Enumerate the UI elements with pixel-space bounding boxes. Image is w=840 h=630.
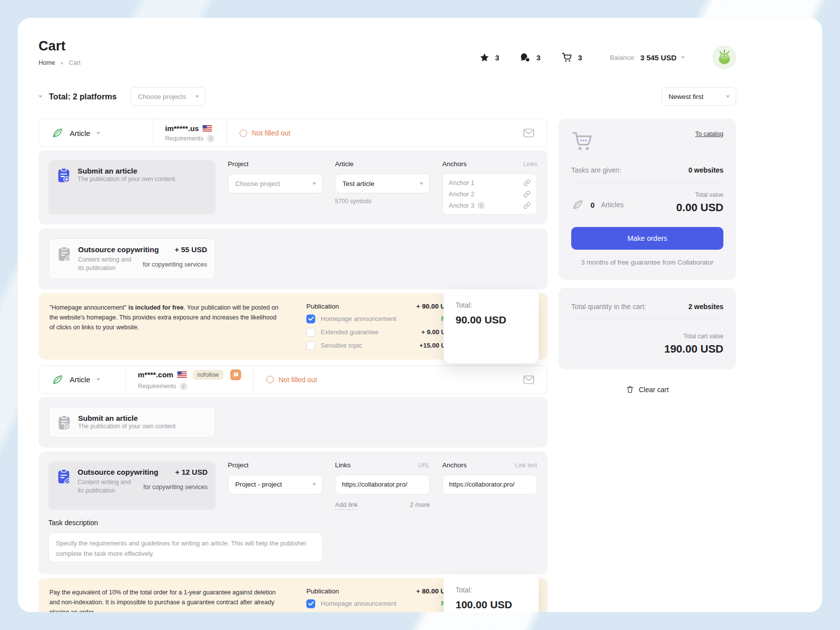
message-publisher-button[interactable]: [523, 129, 547, 137]
project-column: Project Choose project: [228, 160, 323, 215]
outsource-subtitle: Content writing and its publication: [78, 478, 138, 495]
cart-large-icon: [571, 131, 594, 151]
option-sensitive-topic[interactable]: Sensitive topic +15.00 USD: [306, 341, 455, 350]
publisher-note-icon[interactable]: [230, 369, 241, 380]
cart-value: 190.00 USD: [571, 343, 723, 356]
cart-value-label: Total cart value: [571, 333, 723, 340]
status-label: Not filled out: [252, 129, 291, 137]
submit-article-option[interactable]: Submit an article The publication of you…: [48, 407, 215, 438]
messages-counter[interactable]: 3: [520, 52, 540, 63]
add-link-button[interactable]: Add link: [335, 501, 358, 510]
chevron-down-icon: [681, 56, 685, 59]
project-label: Project: [228, 160, 323, 168]
project-value: Project - project: [235, 481, 282, 488]
chevron-down-icon: [420, 182, 423, 185]
publication-options: Publication + 80.00 USD Homepage announc…: [306, 587, 455, 612]
article-column: Article Test article 5700 symbols: [335, 160, 430, 215]
link-icon[interactable]: [523, 190, 531, 198]
cart-totals-box: Total quantity in the cart: 2 websites T…: [558, 288, 736, 369]
cart-page: Cart Home ● Cart 3 3: [18, 18, 822, 612]
status-label: Not filled out: [279, 376, 317, 384]
task-description-input[interactable]: [48, 533, 323, 562]
option-homepage-announcement[interactable]: Homepage announcement Free: [306, 315, 455, 323]
favorites-counter[interactable]: 3: [479, 52, 499, 63]
header-actions: 3 3 3 Balance: 3 545 USD: [479, 45, 736, 69]
breadcrumb-home[interactable]: Home: [39, 59, 55, 66]
cart-summary-sidebar: To catalog Tasks are given: 0 websites 0…: [558, 119, 736, 394]
link-icon[interactable]: [523, 179, 531, 186]
project-select[interactable]: Choose project: [228, 174, 323, 193]
checkbox-checked-icon[interactable]: [306, 599, 315, 608]
submit-article-option[interactable]: Submit an article The publication of you…: [48, 160, 215, 215]
platform-2-body: Submit an article The publication of you…: [39, 397, 547, 448]
anchor-row-1[interactable]: Anchor 1: [443, 177, 537, 188]
cart-count: 3: [578, 53, 582, 62]
divider: [571, 318, 723, 319]
checkbox-checked-icon[interactable]: [306, 315, 315, 323]
info-icon[interactable]: i: [477, 202, 485, 209]
platform-1-total-card: Total: 90.00 USD: [444, 289, 539, 363]
sort-select[interactable]: Newest first: [661, 87, 736, 106]
total-label: Total:: [456, 301, 527, 309]
option-extended-guarantee[interactable]: Extended guarantee + 9.00 USD: [306, 328, 455, 337]
anchors-list: Anchor 1 Anchor 2: [442, 174, 537, 215]
outsource-copywriting-option[interactable]: Outsource copywriting + 55 USD Content w…: [48, 238, 215, 279]
platform-card-1: Article im*****.us Requirements: [39, 119, 547, 360]
choose-projects-select[interactable]: Choose projects: [130, 87, 206, 106]
article-select[interactable]: Test article: [335, 174, 430, 193]
project-value: Choose project: [235, 180, 280, 187]
anchor-text-input[interactable]: [442, 475, 537, 495]
outsource-copywriting-option[interactable]: Outsource copywriting + 12 USD Content w…: [48, 461, 215, 510]
balance-label: Balance:: [610, 54, 636, 61]
clear-cart-button[interactable]: Clear cart: [558, 385, 736, 394]
option-homepage-announcement[interactable]: Homepage announcement Free: [306, 599, 455, 608]
anchors-links-label: Links: [523, 161, 537, 168]
anchor-3-text: Anchor 3: [449, 202, 474, 209]
avatar[interactable]: [713, 45, 736, 69]
article-type-select[interactable]: Article: [39, 127, 153, 139]
task-description-block: Task description: [48, 519, 538, 564]
outsource-note: for copywriting services: [143, 484, 208, 495]
checkbox-unchecked-icon[interactable]: [306, 341, 315, 350]
chevron-down-icon: [195, 95, 199, 98]
info-icon[interactable]: i: [207, 135, 214, 142]
status-not-filled: Not filled out: [253, 376, 330, 384]
more-links-count[interactable]: 2 more: [410, 501, 430, 510]
make-orders-button[interactable]: Make orders: [571, 227, 723, 250]
submit-article-subtitle: The publication of your own content: [78, 422, 207, 431]
link-icon[interactable]: [523, 202, 531, 209]
collapse-caret-icon[interactable]: [39, 95, 42, 98]
requirements-link[interactable]: Requirements i: [138, 383, 241, 390]
nofollow-badge: nofollow: [193, 370, 223, 380]
platform-domain[interactable]: im*****.us: [165, 124, 199, 133]
trash-icon: [626, 385, 634, 394]
requirements-link[interactable]: Requirements i: [165, 135, 214, 142]
platform-1-notice: "Homepage announcement" is included for …: [39, 293, 547, 360]
project-select[interactable]: Project - project: [228, 475, 323, 495]
chevron-down-icon: [726, 95, 730, 98]
anchors-column: Anchors Link text: [442, 461, 537, 510]
chat-icon: [520, 52, 531, 63]
status-circle-icon: [266, 376, 274, 383]
anchor-row-3[interactable]: Anchor 3 i: [443, 200, 537, 211]
anchor-row-2[interactable]: Anchor 2: [443, 188, 537, 200]
info-icon[interactable]: i: [180, 383, 187, 390]
platform-2-outsource-section: Outsource copywriting + 12 USD Content w…: [39, 451, 547, 574]
checkbox-unchecked-icon[interactable]: [306, 328, 315, 337]
breadcrumb-separator: ●: [60, 60, 63, 66]
requirements-label: Requirements: [165, 135, 204, 142]
to-catalog-link[interactable]: To catalog: [695, 131, 723, 137]
project-column: Project Project - project: [228, 461, 323, 510]
platform-1-outsource-row: Outsource copywriting + 55 USD Content w…: [39, 228, 547, 289]
message-publisher-button[interactable]: [523, 375, 547, 384]
article-type-select[interactable]: Article: [39, 373, 126, 386]
article-label: Article: [335, 160, 430, 168]
balance[interactable]: Balance: 3 545 USD: [610, 53, 685, 62]
outsource-price: + 55 USD: [175, 245, 207, 254]
link-url-input[interactable]: [335, 475, 430, 495]
article-type-label: Article: [70, 129, 90, 137]
cart-counter[interactable]: 3: [561, 52, 582, 63]
outsource-title: Outsource copywriting: [78, 245, 159, 254]
platform-domain[interactable]: m****.com: [138, 370, 173, 379]
breadcrumb-current: Cart: [69, 59, 81, 66]
